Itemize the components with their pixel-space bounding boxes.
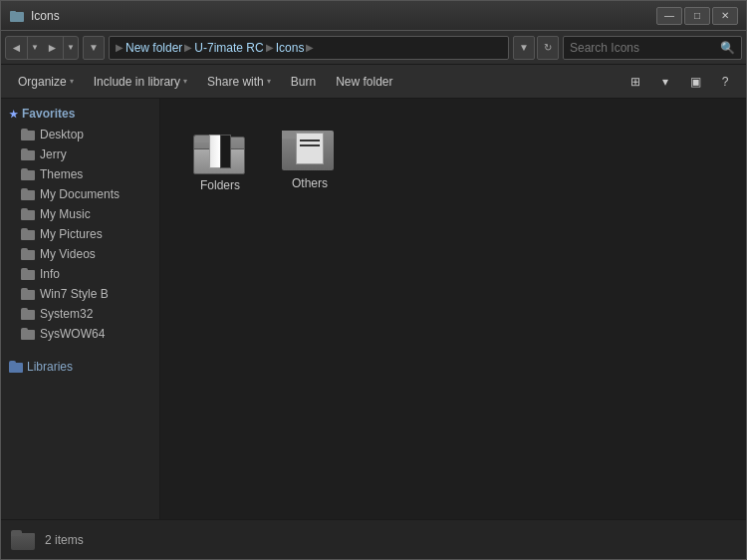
- sidebar-item-win7styleb[interactable]: Win7 Style B: [1, 284, 159, 304]
- status-item-count: 2 items: [45, 533, 84, 547]
- libraries-folder-icon: [9, 361, 23, 373]
- include-in-library-button[interactable]: Include in library ▾: [85, 69, 196, 95]
- sidebar-item-desktop[interactable]: Desktop: [1, 125, 159, 144]
- address-dropdown[interactable]: ▼: [513, 36, 535, 60]
- file-label-folders: Folders: [200, 178, 240, 192]
- view-dropdown-arrow-icon: ▾: [662, 75, 668, 89]
- minimize-button[interactable]: —: [656, 7, 682, 25]
- help-icon: ?: [722, 75, 729, 89]
- star-icon: ★: [9, 109, 18, 120]
- sidebar-item-syswow64[interactable]: SysWOW64: [1, 324, 159, 344]
- sidebar-item-jerry[interactable]: Jerry: [1, 144, 159, 164]
- sidebar-item-label: System32: [40, 307, 93, 321]
- nav-bar: ◄ ▼ ► ▼ ▼ ▶ New folder ▶ U-7imate RC ▶ I…: [1, 31, 746, 65]
- sidebar-item-label: My Videos: [40, 247, 96, 261]
- sidebar-item-label: Desktop: [40, 128, 84, 141]
- view-dropdown-button[interactable]: ▾: [652, 69, 678, 95]
- sidebar-item-label: Info: [40, 267, 60, 281]
- main-content: ★ Favorites Desktop Jerry Themes M: [1, 99, 746, 519]
- view-mode-button[interactable]: ⊞: [622, 69, 648, 95]
- view-grid-icon: ⊞: [630, 75, 640, 89]
- svg-rect-1: [10, 11, 16, 15]
- favorites-label: Favorites: [22, 107, 75, 121]
- include-dropdown-arrow: ▾: [183, 77, 187, 86]
- share-with-button[interactable]: Share with ▾: [198, 69, 280, 95]
- status-folder-icon: [11, 530, 35, 550]
- sidebar-item-mypictures[interactable]: My Pictures: [1, 224, 159, 244]
- libraries-label: Libraries: [27, 360, 73, 374]
- maximize-button[interactable]: □: [684, 7, 710, 25]
- sidebar-item-label: My Documents: [40, 187, 120, 201]
- organize-button[interactable]: Organize ▾: [9, 69, 83, 95]
- sidebar-item-mymusic[interactable]: My Music: [1, 204, 159, 224]
- window: Icons — □ ✕ ◄ ▼ ► ▼ ▼ ▶ New folder ▶ U-7…: [0, 0, 747, 560]
- sidebar-item-myvideos[interactable]: My Videos: [1, 244, 159, 264]
- organize-dropdown-arrow: ▾: [70, 77, 74, 86]
- preview-icon: ▣: [690, 75, 701, 89]
- others-folder-icon: [282, 125, 338, 172]
- file-item-folders[interactable]: Folders: [180, 119, 260, 198]
- search-input[interactable]: [570, 41, 716, 55]
- folder-icon: [21, 129, 35, 140]
- window-title: Icons: [31, 9, 656, 23]
- close-button[interactable]: ✕: [712, 7, 738, 25]
- title-bar: Icons — □ ✕: [1, 1, 746, 31]
- search-icon: 🔍: [720, 41, 735, 55]
- folder-icon: [21, 268, 35, 280]
- sidebar: ★ Favorites Desktop Jerry Themes M: [1, 99, 160, 519]
- forward-button[interactable]: ►: [42, 37, 64, 59]
- sidebar-item-label: Win7 Style B: [40, 287, 109, 301]
- sidebar-item-label: My Music: [40, 207, 91, 221]
- file-label-others: Others: [292, 176, 328, 190]
- breadcrumb-item-2[interactable]: Icons: [276, 41, 305, 55]
- folder-icon: [21, 328, 35, 340]
- sidebar-item-label: Jerry: [40, 147, 67, 161]
- window-controls: — □ ✕: [656, 7, 738, 25]
- refresh-button[interactable]: ↻: [537, 36, 559, 60]
- burn-button[interactable]: Burn: [282, 69, 325, 95]
- search-bar: 🔍: [563, 36, 742, 60]
- folder-icon: [21, 248, 35, 260]
- folder-icon: [21, 168, 35, 180]
- share-dropdown-arrow: ▾: [267, 77, 271, 86]
- preview-button[interactable]: ▣: [682, 69, 708, 95]
- file-area: Folders Others: [160, 99, 746, 519]
- sidebar-item-themes[interactable]: Themes: [1, 164, 159, 184]
- folder-icon: [21, 208, 35, 220]
- recent-locations-button[interactable]: ▼: [83, 36, 105, 60]
- sidebar-item-label: Themes: [40, 167, 83, 181]
- favorites-header[interactable]: ★ Favorites: [1, 103, 159, 125]
- favorites-section: ★ Favorites Desktop Jerry Themes M: [1, 103, 159, 344]
- new-folder-button[interactable]: New folder: [327, 69, 401, 95]
- toolbar: Organize ▾ Include in library ▾ Share wi…: [1, 65, 746, 99]
- forward-dropdown[interactable]: ▼: [64, 37, 78, 59]
- folder-icon: [21, 148, 35, 160]
- libraries-section: Libraries: [1, 352, 159, 382]
- sidebar-item-system32[interactable]: System32: [1, 304, 159, 324]
- back-dropdown[interactable]: ▼: [28, 37, 42, 59]
- status-bar: 2 items: [1, 519, 746, 559]
- sidebar-item-info[interactable]: Info: [1, 264, 159, 284]
- nav-arrows: ◄ ▼ ► ▼: [5, 36, 79, 60]
- help-button[interactable]: ?: [712, 69, 738, 95]
- back-button[interactable]: ◄: [6, 37, 28, 59]
- folders-folder-icon: [191, 125, 249, 174]
- folder-icon: [21, 228, 35, 240]
- folder-icon: [21, 288, 35, 300]
- breadcrumb: ▶ New folder ▶ U-7imate RC ▶ Icons ▶: [109, 36, 509, 60]
- libraries-header[interactable]: Libraries: [1, 356, 159, 378]
- folder-icon: [21, 188, 35, 200]
- folder-icon: [21, 308, 35, 320]
- sidebar-item-label: My Pictures: [40, 227, 103, 241]
- breadcrumb-item-0[interactable]: New folder: [125, 41, 182, 55]
- file-item-others[interactable]: Others: [270, 119, 350, 198]
- window-icon: [9, 8, 25, 24]
- sidebar-item-label: SysWOW64: [40, 327, 105, 341]
- breadcrumb-item-1[interactable]: U-7imate RC: [194, 41, 263, 55]
- sidebar-item-mydocuments[interactable]: My Documents: [1, 184, 159, 204]
